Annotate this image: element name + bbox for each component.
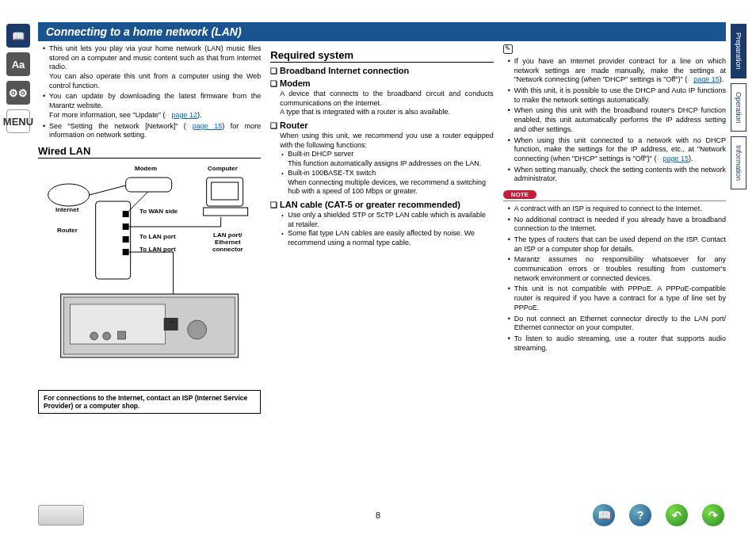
column-3: If you have an Internet provider contrac… <box>503 44 726 414</box>
page-title: Connecting to a home network (LAN) <box>38 22 726 41</box>
label-lanport2: To LAN port <box>139 246 176 253</box>
column-1: This unit lets you play via your home ne… <box>38 44 261 414</box>
tab-information[interactable]: Information <box>731 136 746 189</box>
svg-line-2 <box>90 185 126 195</box>
svg-rect-4 <box>212 182 239 200</box>
modem-text: A type that is integrated with a router … <box>280 108 450 116</box>
tab-operation[interactable]: Operation <box>731 83 746 132</box>
svg-rect-8 <box>123 224 129 230</box>
svg-point-21 <box>90 332 98 340</box>
label-wan: To WAN side <box>139 208 178 215</box>
sidebar-left: 📖 Aa ⚙⚙ MENU <box>6 24 33 138</box>
menu-icon[interactable]: MENU <box>6 109 30 133</box>
heading-required-system: Required system <box>270 49 493 63</box>
svg-point-22 <box>103 332 111 340</box>
link-network[interactable]: page 15 <box>193 122 223 130</box>
note-item: Marantz assumes no responsibility whatso… <box>508 255 726 283</box>
settings-note: When setting manually, check the setting… <box>508 166 726 184</box>
nav-forward-icon[interactable]: ↷ <box>702 504 724 526</box>
router-item: Built-in DHCP serverThis function automa… <box>281 150 493 168</box>
svg-rect-19 <box>164 318 178 331</box>
settings-note: With this unit, it is possible to use th… <box>508 86 726 105</box>
link-update[interactable]: page 12 <box>171 111 197 119</box>
svg-point-0 <box>48 184 90 206</box>
column-2: Required system Broadband Internet conne… <box>270 44 493 414</box>
label-router: Router <box>57 227 78 234</box>
svg-rect-1 <box>126 178 172 192</box>
font-size-icon[interactable]: Aa <box>6 52 30 76</box>
cable-item: Some flat type LAN cables are easily aff… <box>281 229 493 247</box>
intro-text: You can update by downloading the latest… <box>43 92 261 120</box>
settings-note: When using this unit with the broadband … <box>508 106 726 134</box>
settings-icon[interactable]: ⚙⚙ <box>6 81 30 105</box>
router-lead: When using this unit, we recommend you u… <box>270 132 493 150</box>
bottom-bar: 8 📖 ? ↶ ↷ <box>0 505 756 525</box>
intro-text: See "Setting the network [Network]" (☞pa… <box>43 122 261 140</box>
settings-note: When using this unit connected to a netw… <box>508 136 726 164</box>
label-modem: Modem <box>135 165 157 172</box>
isp-note-box: For connections to the Internet, contact… <box>38 390 261 414</box>
svg-rect-10 <box>123 249 129 255</box>
svg-point-20 <box>188 320 207 339</box>
link-p15[interactable]: page 15 <box>693 75 720 83</box>
heading-broadband: Broadband Internet connection <box>270 66 493 75</box>
nav-back-icon[interactable]: ↶ <box>666 504 688 526</box>
label-lanport: To LAN port <box>139 233 176 240</box>
note-item: To listen to audio streaming, use a rout… <box>508 334 726 353</box>
intro-text: This unit lets you play via your home ne… <box>43 44 261 90</box>
tab-preparation[interactable]: Preparation <box>731 24 746 78</box>
pencil-icon <box>503 44 513 54</box>
note-item: A contract with an ISP is required to co… <box>508 204 726 214</box>
label-internet: Internet <box>55 206 78 213</box>
svg-rect-9 <box>123 236 129 243</box>
note-item: Do not connect an Ethernet connector dir… <box>508 315 726 333</box>
svg-rect-7 <box>123 211 129 217</box>
label-computer: Computer <box>208 165 238 172</box>
svg-rect-23 <box>118 331 126 339</box>
heading-cable: LAN cable (CAT-5 or greater recommended) <box>270 200 493 209</box>
note-item: The types of routers that can be used de… <box>508 235 726 254</box>
wiring-diagram: Modem Computer Internet Router To WAN si… <box>38 163 261 385</box>
note-badge: NOTE <box>503 190 536 199</box>
router-item: Built-in 100BASE-TX switchWhen connectin… <box>281 169 493 197</box>
book-icon[interactable]: 📖 <box>6 24 30 48</box>
link-p15b[interactable]: page 15 <box>663 155 689 162</box>
sidebar-right: Preparation Operation Information <box>731 24 751 194</box>
heading-modem: Modem <box>270 78 493 88</box>
note-item: This unit is not compatible with PPPoE. … <box>508 285 726 312</box>
page-number: 8 <box>376 510 380 520</box>
nav-book-icon[interactable]: 📖 <box>593 504 615 526</box>
device-thumbnail[interactable] <box>38 505 84 525</box>
svg-rect-5 <box>204 208 248 216</box>
label-lan-connector: LAN port/ Ethernet connector <box>212 231 243 253</box>
modem-text: A device that connects to the broadband … <box>280 90 493 107</box>
nav-help-icon[interactable]: ? <box>629 504 651 526</box>
page-content: Connecting to a home network (LAN) This … <box>38 22 726 414</box>
heading-wired-lan: Wired LAN <box>38 145 261 159</box>
note-item: No additional contract is needed if you … <box>508 216 726 234</box>
cable-item: Use only a shielded STP or ScTP LAN cabl… <box>281 211 493 229</box>
heading-router: Router <box>270 120 493 130</box>
settings-note: If you have an Internet provider contrac… <box>508 57 726 85</box>
